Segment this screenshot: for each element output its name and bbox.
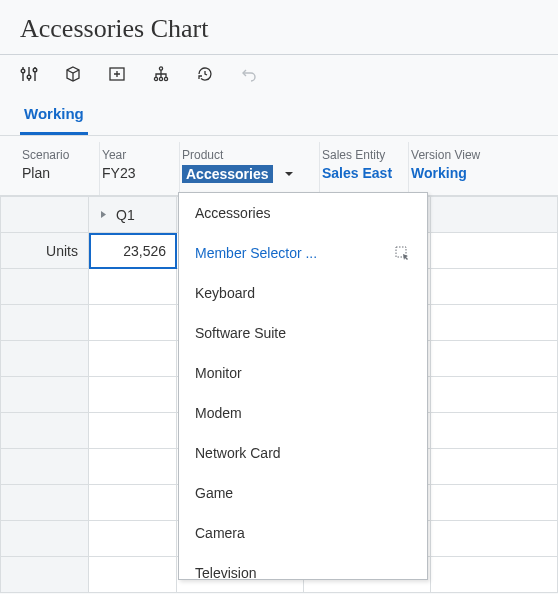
page-title: Accessories Chart [0,0,558,54]
dropdown-item-label: Monitor [195,365,242,381]
dim-value: FY23 [102,165,163,181]
dim-label: Version View [411,148,480,162]
dimension-bar: Scenario Plan Year FY23 Product Accessor… [0,136,558,196]
row-header-units[interactable]: Units [1,233,89,269]
dropdown-item-label: Member Selector ... [195,245,317,261]
cell-empty[interactable] [431,269,558,305]
dropdown-item[interactable]: Accessories [179,193,427,233]
cell-empty[interactable] [431,521,558,557]
dim-label: Year [102,148,163,162]
dropdown-item-label: Camera [195,525,245,541]
dropdown-item[interactable]: Member Selector ... [179,233,427,273]
cell-empty[interactable] [431,233,558,269]
dim-version-view[interactable]: Version View Working [409,142,496,195]
dropdown-item[interactable]: Software Suite [179,313,427,353]
dim-sales-entity[interactable]: Sales Entity Sales East [320,142,409,195]
dropdown-item-label: Television [195,565,256,580]
dim-label: Scenario [22,148,83,162]
cell-empty[interactable] [431,449,558,485]
row-header-empty [1,521,89,557]
cell-empty[interactable] [431,305,558,341]
svg-point-4 [159,67,162,70]
cell-empty[interactable] [431,341,558,377]
cell-empty[interactable] [89,305,177,341]
add-panel-icon[interactable] [108,65,126,83]
dropdown-item[interactable]: Television [179,553,427,580]
cell-empty[interactable] [431,485,558,521]
row-header-empty [1,557,89,593]
settings-sliders-icon[interactable] [20,65,38,83]
toolbar [0,55,558,91]
dropdown-item-label: Game [195,485,233,501]
cell-empty[interactable] [89,377,177,413]
svg-point-2 [33,68,37,72]
product-dropdown[interactable]: AccessoriesMember Selector ...KeyboardSo… [178,192,428,580]
undo-icon [240,65,258,83]
dim-product[interactable]: Product Accessories [180,142,320,195]
dropdown-item-label: Software Suite [195,325,286,341]
dropdown-item-label: Network Card [195,445,281,461]
dim-label: Product [182,148,303,162]
svg-point-1 [27,75,31,79]
cell-units-q1[interactable]: 23,526 [89,233,177,269]
column-header-empty [431,197,558,233]
row-header-empty [1,341,89,377]
row-header-empty [1,485,89,521]
column-header-label: Q1 [116,207,135,223]
dim-value: Working [411,165,480,181]
dropdown-item-label: Modem [195,405,242,421]
cell-empty[interactable] [431,377,558,413]
row-header-empty [1,305,89,341]
expand-icon[interactable] [99,210,108,219]
selected-chip: Accessories [182,165,273,183]
dropdown-item-label: Keyboard [195,285,255,301]
row-header-empty [1,377,89,413]
dropdown-item[interactable]: Modem [179,393,427,433]
dropdown-item[interactable]: Game [179,473,427,513]
cell-empty[interactable] [89,449,177,485]
cube-icon[interactable] [64,65,82,83]
svg-point-5 [154,77,157,80]
tab-working[interactable]: Working [20,99,88,135]
tab-bar: Working [0,91,558,136]
dim-value: Accessories [182,165,303,183]
chevron-down-icon[interactable] [283,168,295,180]
cell-empty[interactable] [89,557,177,593]
cell-empty[interactable] [89,269,177,305]
dim-label: Sales Entity [322,148,392,162]
cell-empty[interactable] [431,413,558,449]
cell-empty[interactable] [89,521,177,557]
row-header-empty [1,449,89,485]
cell-empty[interactable] [89,413,177,449]
dim-value: Plan [22,165,83,181]
dropdown-item[interactable]: Camera [179,513,427,553]
column-header-q1[interactable]: Q1 [89,197,177,233]
dim-scenario[interactable]: Scenario Plan [20,142,100,195]
hierarchy-icon[interactable] [152,65,170,83]
dropdown-item[interactable]: Monitor [179,353,427,393]
svg-point-7 [164,77,167,80]
dim-year[interactable]: Year FY23 [100,142,180,195]
row-header-empty [1,413,89,449]
dropdown-item[interactable]: Keyboard [179,273,427,313]
svg-point-6 [159,77,162,80]
dropdown-item[interactable]: Network Card [179,433,427,473]
dropdown-item-label: Accessories [195,205,270,221]
dim-value: Sales East [322,165,392,181]
cell-empty[interactable] [431,557,558,593]
cell-empty[interactable] [89,485,177,521]
corner-cell [1,197,89,233]
row-header-empty [1,269,89,305]
history-icon[interactable] [196,65,214,83]
cell-empty[interactable] [89,341,177,377]
member-selector-icon [395,246,411,260]
svg-point-0 [21,69,25,73]
